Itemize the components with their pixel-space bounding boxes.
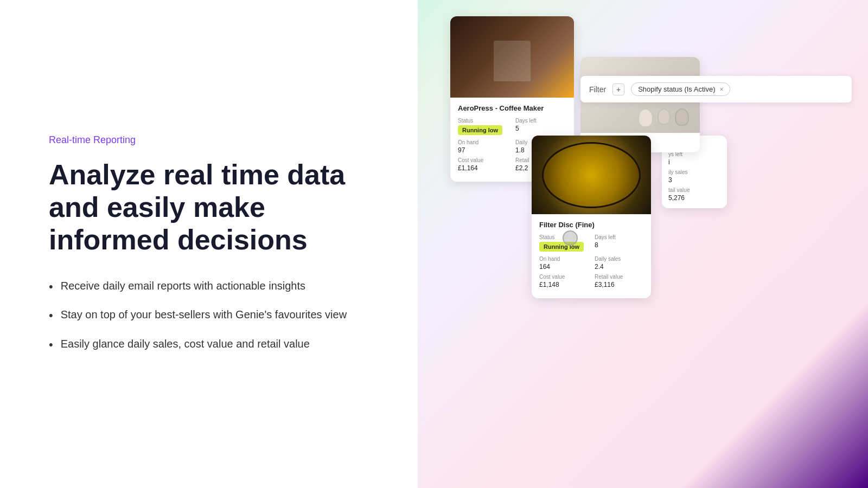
bullet-item-1: Receive daily email reports with actiona… — [49, 278, 369, 296]
filter-bar: Filter + Shopify status (Is Active) × — [580, 76, 852, 102]
partial-daily: ily sales 3 — [668, 169, 720, 184]
bullet-list: Receive daily email reports with actiona… — [49, 278, 369, 354]
aeropress-days-value: 5 — [515, 125, 566, 132]
aeropress-status-badge: Running low — [458, 125, 502, 135]
aeropress-days-col: Days left 5 — [515, 118, 566, 135]
filter-disc-retail-value: £3,116 — [595, 281, 643, 288]
filter-disc-cost-col: Cost value £1,148 — [539, 274, 588, 288]
filter-disc-daily-col: Daily sales 2.4 — [595, 256, 643, 271]
filter-disc-days-value: 8 — [595, 241, 643, 249]
partial-days: ys left i — [668, 151, 720, 166]
partial-retail-value: 5,276 — [668, 194, 720, 202]
aeropress-product-name: AeroPress - Coffee Maker — [458, 104, 566, 112]
filter-disc-retail-col: Retail value £3,116 — [595, 274, 643, 288]
partial-retail-label: tail value — [668, 187, 720, 193]
filter-disc-cost-value: £1,148 — [539, 281, 588, 288]
aeropress-status-row: Status Running low Days left 5 — [458, 118, 566, 135]
filter-disc-onhand-value: 164 — [539, 263, 588, 271]
filter-plus-button[interactable]: + — [612, 84, 624, 95]
aeropress-cost-col: Cost value £1,164 — [458, 157, 509, 172]
partial-days-value: i — [668, 158, 720, 166]
filter-disc-product-name: Filter Disc (Fine) — [539, 221, 643, 229]
filter-disc-onhand-row: On hand 164 Daily sales 2.4 — [539, 256, 643, 271]
aeropress-onhand-label: On hand — [458, 139, 509, 145]
filter-disc-card-body: Filter Disc (Fine) Status Running low Da… — [532, 214, 651, 298]
filter-disc-status-badge: Running low — [539, 242, 584, 252]
right-panel: Filter + Shopify status (Is Active) × Ae… — [418, 0, 868, 488]
filter-disc-cost-label: Cost value — [539, 274, 588, 280]
partial-daily-label: ily sales — [668, 169, 720, 175]
aeropress-days-label: Days left — [515, 118, 566, 124]
aeropress-onhand-col: On hand 97 — [458, 139, 509, 154]
section-label: Real-time Reporting — [49, 134, 369, 146]
filter-disc-cost-row: Cost value £1,148 Retail value £3,116 — [539, 274, 643, 288]
card-filter-disc: Filter Disc (Fine) Status Running low Da… — [532, 136, 651, 298]
aeropress-cost-label: Cost value — [458, 157, 509, 163]
aeropress-cost-value: £1,164 — [458, 164, 509, 172]
bullet-item-3: Easily glance daily sales, cost value an… — [49, 336, 369, 354]
filter-disc-onhand-label: On hand — [539, 256, 588, 262]
filter-disc-daily-value: 2.4 — [595, 263, 643, 271]
bullet-item-2: Stay on top of your best-sellers with Ge… — [49, 307, 369, 324]
filter-chip[interactable]: Shopify status (Is Active) × — [631, 82, 730, 96]
aeropress-image — [450, 16, 574, 98]
dashboard-mockup: Filter + Shopify status (Is Active) × Ae… — [450, 16, 857, 472]
filter-disc-onhand-col: On hand 164 — [539, 256, 588, 271]
left-panel: Real-time Reporting Analyze real time da… — [0, 0, 418, 488]
close-filter-icon[interactable]: × — [719, 86, 723, 93]
aeropress-status-label: Status — [458, 118, 509, 124]
filter-disc-daily-label: Daily sales — [595, 256, 643, 262]
filter-disc-status-row: Status Running low Days left 8 — [539, 234, 643, 252]
filter-disc-days-label: Days left — [595, 234, 643, 240]
filter-label: Filter — [589, 85, 606, 94]
filter-disc-image — [532, 136, 651, 214]
partial-retail: tail value 5,276 — [668, 187, 720, 202]
main-heading: Analyze real time data and easily make i… — [49, 159, 369, 256]
filter-disc-days-col: Days left 8 — [595, 234, 643, 252]
aeropress-status-col: Status Running low — [458, 118, 509, 135]
filter-chip-label: Shopify status (Is Active) — [638, 85, 715, 93]
filter-disc-retail-label: Retail value — [595, 274, 643, 280]
cursor-indicator — [563, 230, 578, 246]
partial-daily-value: 3 — [668, 176, 720, 184]
aeropress-onhand-value: 97 — [458, 146, 509, 154]
